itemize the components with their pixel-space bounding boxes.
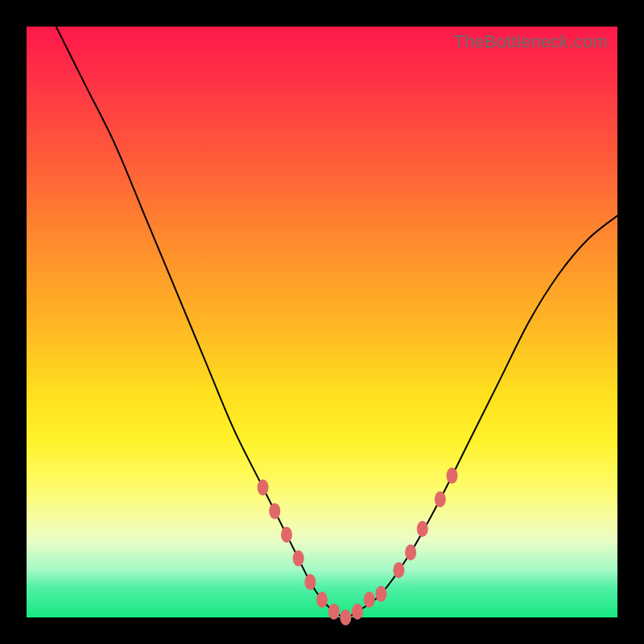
- vertex-4: [352, 604, 363, 620]
- vertex-2: [328, 604, 340, 620]
- vertex-1: [316, 592, 328, 608]
- curve-markers: [258, 468, 458, 625]
- vertex-3: [340, 609, 351, 625]
- right-bead-5: [417, 521, 428, 537]
- left-bead-1: [258, 480, 269, 496]
- chart-frame: TheBottleneck.com: [0, 0, 644, 644]
- left-bead-5: [304, 574, 316, 590]
- right-bead-7: [446, 468, 457, 484]
- left-bead-4: [293, 551, 304, 567]
- right-bead-2: [375, 586, 386, 602]
- chart-svg: [27, 27, 617, 617]
- plot-area: TheBottleneck.com: [27, 27, 617, 617]
- right-bead-6: [435, 491, 446, 507]
- right-bead-1: [364, 592, 375, 608]
- left-bead-2: [269, 503, 280, 519]
- left-bead-3: [281, 526, 292, 543]
- bottleneck-curve: [56, 27, 617, 617]
- right-bead-4: [405, 544, 416, 560]
- right-bead-3: [393, 562, 404, 578]
